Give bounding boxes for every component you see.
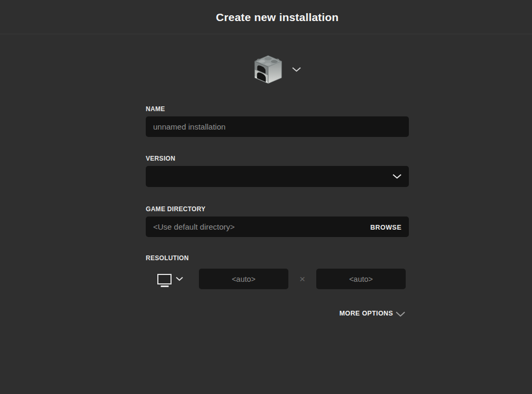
resolution-row: × bbox=[146, 269, 409, 289]
version-label: VERSION bbox=[146, 155, 409, 162]
create-installation-form: NAME VERSION GAME DIRECTORY BROWSE RESOL… bbox=[146, 54, 409, 317]
resolution-separator: × bbox=[288, 269, 316, 289]
version-chevron-down-icon bbox=[393, 174, 401, 179]
page-title: Create new installation bbox=[146, 0, 409, 34]
installation-icon-picker[interactable] bbox=[146, 54, 409, 85]
resolution-label: RESOLUTION bbox=[146, 254, 409, 262]
name-field-group: NAME bbox=[146, 105, 409, 137]
game-directory-input[interactable] bbox=[146, 216, 409, 237]
more-options-chevron-down-icon bbox=[396, 310, 405, 317]
resolution-field-group: RESOLUTION × bbox=[146, 254, 409, 289]
resolution-chevron-down-icon bbox=[176, 277, 183, 281]
more-options-button[interactable]: MORE OPTIONS bbox=[146, 310, 409, 317]
game-directory-field-group: GAME DIRECTORY BROWSE bbox=[146, 205, 409, 237]
resolution-preset-dropdown[interactable] bbox=[157, 274, 183, 284]
more-options-label: MORE OPTIONS bbox=[339, 310, 393, 317]
icon-picker-chevron-down-icon bbox=[292, 67, 301, 72]
name-input[interactable] bbox=[146, 116, 409, 137]
dialog-header: Create new installation bbox=[0, 0, 532, 34]
version-select[interactable] bbox=[146, 166, 409, 187]
furnace-block-icon bbox=[254, 54, 283, 85]
monitor-icon bbox=[157, 274, 172, 284]
version-field-group: VERSION bbox=[146, 155, 409, 187]
game-directory-label: GAME DIRECTORY bbox=[146, 205, 409, 213]
resolution-height-input[interactable] bbox=[316, 269, 406, 289]
browse-button[interactable]: BROWSE bbox=[370, 223, 401, 231]
game-directory-input-wrap: BROWSE bbox=[146, 216, 409, 237]
resolution-width-input[interactable] bbox=[199, 269, 288, 289]
name-label: NAME bbox=[146, 105, 409, 113]
